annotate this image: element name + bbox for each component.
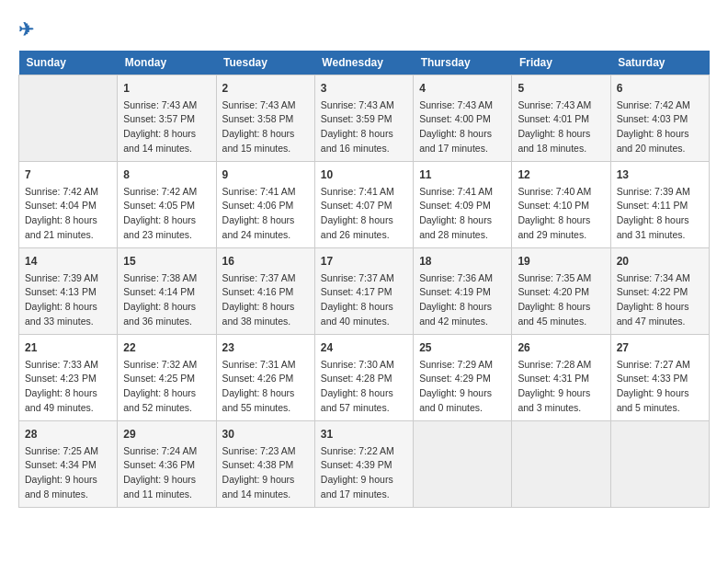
day-number: 17 (321, 253, 407, 270)
column-header-sunday: Sunday (19, 51, 118, 75)
day-number: 11 (419, 167, 506, 183)
day-number: 7 (25, 167, 111, 183)
calendar-cell: 26Sunrise: 7:28 AMSunset: 4:31 PMDayligh… (512, 334, 610, 420)
day-info: Sunrise: 7:33 AMSunset: 4:23 PMDaylight:… (25, 358, 111, 416)
day-number: 26 (518, 339, 604, 356)
calendar-table: SundayMondayTuesdayWednesdayThursdayFrid… (18, 51, 710, 508)
calendar-cell: 14Sunrise: 7:39 AMSunset: 4:13 PMDayligh… (19, 247, 118, 334)
page-header: ✈ (18, 18, 710, 41)
day-number: 20 (617, 253, 703, 270)
calendar-cell: 23Sunrise: 7:31 AMSunset: 4:26 PMDayligh… (216, 334, 314, 420)
day-number: 16 (222, 253, 309, 270)
calendar-cell: 28Sunrise: 7:25 AMSunset: 4:34 PMDayligh… (19, 420, 118, 507)
day-info: Sunrise: 7:41 AMSunset: 4:09 PMDaylight:… (419, 185, 506, 243)
calendar-cell: 24Sunrise: 7:30 AMSunset: 4:28 PMDayligh… (314, 334, 413, 420)
calendar-cell: 9Sunrise: 7:41 AMSunset: 4:06 PMDaylight… (216, 161, 314, 247)
day-info: Sunrise: 7:23 AMSunset: 4:38 PMDaylight:… (222, 444, 309, 502)
calendar-cell: 11Sunrise: 7:41 AMSunset: 4:09 PMDayligh… (414, 161, 512, 247)
day-info: Sunrise: 7:43 AMSunset: 4:00 PMDaylight:… (419, 98, 506, 156)
day-number: 2 (222, 80, 309, 97)
column-header-thursday: Thursday (414, 51, 512, 75)
logo: ✈ (18, 18, 34, 41)
day-number: 3 (321, 80, 407, 97)
day-number: 23 (222, 339, 309, 356)
calendar-cell: 21Sunrise: 7:33 AMSunset: 4:23 PMDayligh… (19, 334, 118, 420)
calendar-week-row: 7Sunrise: 7:42 AMSunset: 4:04 PMDaylight… (19, 161, 710, 247)
calendar-cell: 13Sunrise: 7:39 AMSunset: 4:11 PMDayligh… (610, 161, 709, 247)
day-number: 14 (25, 253, 111, 270)
calendar-cell: 6Sunrise: 7:42 AMSunset: 4:03 PMDaylight… (610, 75, 709, 161)
day-info: Sunrise: 7:34 AMSunset: 4:22 PMDaylight:… (617, 271, 703, 329)
day-info: Sunrise: 7:42 AMSunset: 4:04 PMDaylight:… (25, 185, 111, 243)
day-number: 12 (518, 167, 604, 183)
day-number: 4 (419, 80, 506, 97)
day-number: 8 (123, 167, 210, 183)
calendar-cell: 3Sunrise: 7:43 AMSunset: 3:59 PMDaylight… (314, 75, 413, 161)
calendar-cell: 29Sunrise: 7:24 AMSunset: 4:36 PMDayligh… (118, 420, 216, 507)
day-number: 27 (617, 339, 703, 356)
day-number: 25 (419, 339, 506, 356)
day-number: 21 (25, 339, 111, 356)
calendar-week-row: 21Sunrise: 7:33 AMSunset: 4:23 PMDayligh… (19, 334, 710, 420)
calendar-cell (414, 420, 512, 507)
column-header-monday: Monday (118, 51, 216, 75)
calendar-cell: 31Sunrise: 7:22 AMSunset: 4:39 PMDayligh… (314, 420, 413, 507)
day-number: 15 (123, 253, 210, 270)
column-header-friday: Friday (512, 51, 610, 75)
calendar-cell (19, 75, 118, 161)
calendar-cell: 22Sunrise: 7:32 AMSunset: 4:25 PMDayligh… (118, 334, 216, 420)
day-info: Sunrise: 7:41 AMSunset: 4:06 PMDaylight:… (222, 185, 309, 243)
calendar-cell: 20Sunrise: 7:34 AMSunset: 4:22 PMDayligh… (610, 247, 709, 334)
column-header-wednesday: Wednesday (314, 51, 413, 75)
calendar-cell (610, 420, 709, 507)
day-info: Sunrise: 7:43 AMSunset: 4:01 PMDaylight:… (518, 98, 604, 156)
calendar-cell (512, 420, 610, 507)
column-header-saturday: Saturday (610, 51, 709, 75)
calendar-cell: 7Sunrise: 7:42 AMSunset: 4:04 PMDaylight… (19, 161, 118, 247)
day-info: Sunrise: 7:31 AMSunset: 4:26 PMDaylight:… (222, 358, 309, 416)
calendar-cell: 12Sunrise: 7:40 AMSunset: 4:10 PMDayligh… (512, 161, 610, 247)
day-info: Sunrise: 7:28 AMSunset: 4:31 PMDaylight:… (518, 358, 604, 416)
calendar-cell: 19Sunrise: 7:35 AMSunset: 4:20 PMDayligh… (512, 247, 610, 334)
day-info: Sunrise: 7:25 AMSunset: 4:34 PMDaylight:… (25, 444, 111, 502)
day-number: 5 (518, 80, 604, 97)
day-number: 31 (321, 426, 407, 442)
calendar-cell: 15Sunrise: 7:38 AMSunset: 4:14 PMDayligh… (118, 247, 216, 334)
day-number: 18 (419, 253, 506, 270)
day-number: 6 (617, 80, 703, 97)
day-info: Sunrise: 7:32 AMSunset: 4:25 PMDaylight:… (123, 358, 210, 416)
day-number: 29 (123, 426, 210, 442)
day-info: Sunrise: 7:37 AMSunset: 4:16 PMDaylight:… (222, 271, 309, 329)
calendar-cell: 4Sunrise: 7:43 AMSunset: 4:00 PMDaylight… (414, 75, 512, 161)
calendar-cell: 16Sunrise: 7:37 AMSunset: 4:16 PMDayligh… (216, 247, 314, 334)
day-info: Sunrise: 7:36 AMSunset: 4:19 PMDaylight:… (419, 271, 506, 329)
day-info: Sunrise: 7:27 AMSunset: 4:33 PMDaylight:… (617, 358, 703, 416)
calendar-week-row: 14Sunrise: 7:39 AMSunset: 4:13 PMDayligh… (19, 247, 710, 334)
calendar-header-row: SundayMondayTuesdayWednesdayThursdayFrid… (19, 51, 710, 75)
day-info: Sunrise: 7:30 AMSunset: 4:28 PMDaylight:… (321, 358, 407, 416)
calendar-cell: 1Sunrise: 7:43 AMSunset: 3:57 PMDaylight… (118, 75, 216, 161)
day-info: Sunrise: 7:29 AMSunset: 4:29 PMDaylight:… (419, 358, 506, 416)
day-info: Sunrise: 7:41 AMSunset: 4:07 PMDaylight:… (321, 185, 407, 243)
day-number: 10 (321, 167, 407, 183)
column-header-tuesday: Tuesday (216, 51, 314, 75)
calendar-cell: 30Sunrise: 7:23 AMSunset: 4:38 PMDayligh… (216, 420, 314, 507)
day-number: 1 (123, 80, 210, 97)
day-info: Sunrise: 7:43 AMSunset: 3:57 PMDaylight:… (123, 98, 210, 156)
day-info: Sunrise: 7:24 AMSunset: 4:36 PMDaylight:… (123, 444, 210, 502)
day-info: Sunrise: 7:43 AMSunset: 3:59 PMDaylight:… (321, 98, 407, 156)
day-info: Sunrise: 7:38 AMSunset: 4:14 PMDaylight:… (123, 271, 210, 329)
logo-icon: ✈ (18, 19, 34, 40)
day-info: Sunrise: 7:40 AMSunset: 4:10 PMDaylight:… (518, 185, 604, 243)
calendar-cell: 18Sunrise: 7:36 AMSunset: 4:19 PMDayligh… (414, 247, 512, 334)
day-info: Sunrise: 7:39 AMSunset: 4:11 PMDaylight:… (617, 185, 703, 243)
calendar-week-row: 28Sunrise: 7:25 AMSunset: 4:34 PMDayligh… (19, 420, 710, 507)
calendar-cell: 27Sunrise: 7:27 AMSunset: 4:33 PMDayligh… (610, 334, 709, 420)
day-number: 19 (518, 253, 604, 270)
calendar-week-row: 1Sunrise: 7:43 AMSunset: 3:57 PMDaylight… (19, 75, 710, 161)
calendar-cell: 17Sunrise: 7:37 AMSunset: 4:17 PMDayligh… (314, 247, 413, 334)
day-info: Sunrise: 7:43 AMSunset: 3:58 PMDaylight:… (222, 98, 309, 156)
calendar-cell: 5Sunrise: 7:43 AMSunset: 4:01 PMDaylight… (512, 75, 610, 161)
day-info: Sunrise: 7:42 AMSunset: 4:03 PMDaylight:… (617, 98, 703, 156)
day-number: 24 (321, 339, 407, 356)
